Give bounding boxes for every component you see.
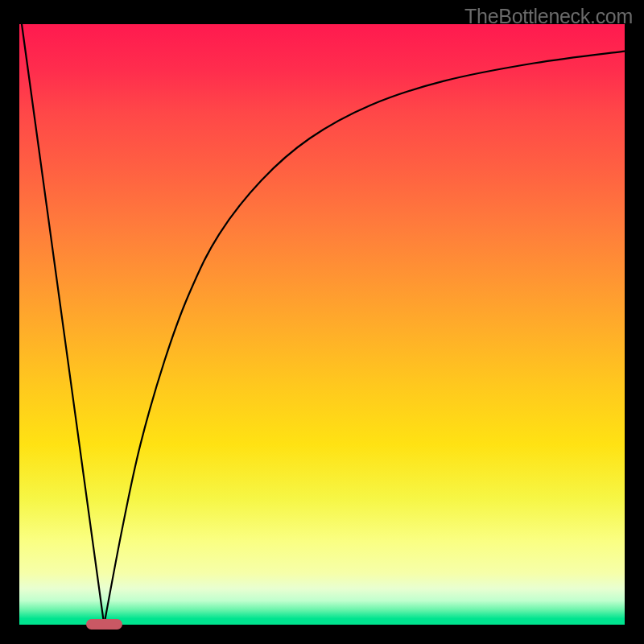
optimum-marker	[86, 619, 122, 630]
watermark-text: TheBottleneck.com	[464, 5, 633, 28]
chart-svg	[19, 24, 625, 625]
chart-area	[19, 24, 625, 625]
curve-right-branch	[104, 52, 625, 625]
curve-left-branch	[22, 24, 104, 625]
